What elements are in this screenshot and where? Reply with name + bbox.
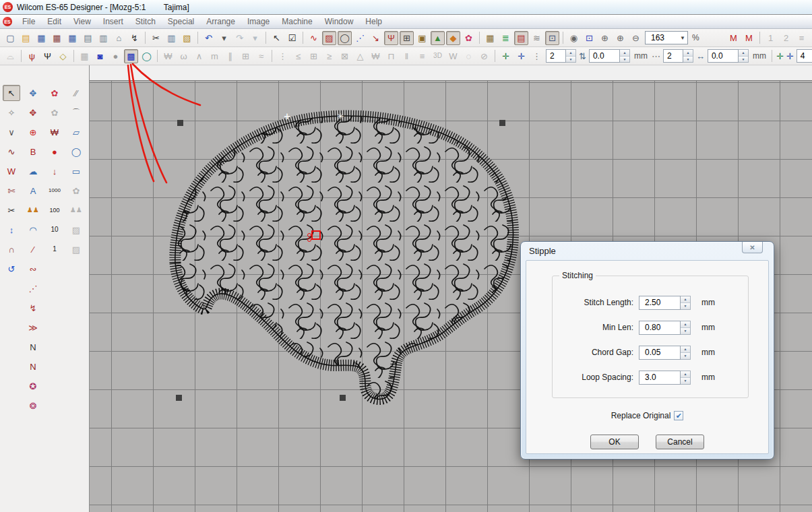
grid-fill-icon[interactable]: ⊞ — [239, 49, 253, 63]
function-1-icon[interactable]: 1 — [763, 31, 778, 45]
spin-down-icon[interactable]: ▼ — [683, 56, 693, 63]
length-1000-tool[interactable]: 1000 — [46, 183, 63, 199]
stipple-run-icon[interactable]: ▩ — [124, 49, 138, 63]
menu-help[interactable]: Help — [359, 15, 388, 28]
e-stitch-icon[interactable]: ω — [177, 49, 191, 63]
color-film-icon[interactable]: ▤ — [514, 31, 528, 45]
menu-machine[interactable]: Machine — [276, 15, 318, 28]
spin-down-icon[interactable]: ▼ — [681, 352, 690, 359]
offset-object-icon[interactable]: ◙ — [93, 49, 107, 63]
save-design-icon[interactable]: ▦ — [65, 31, 80, 45]
copy-icon[interactable]: ▥ — [164, 31, 179, 45]
print-icon[interactable]: ▤ — [81, 31, 95, 45]
spin-up-icon[interactable]: ▲ — [681, 321, 690, 327]
align-centers-both-icon[interactable]: ✛ — [786, 49, 794, 63]
zigzag-run-tool[interactable]: ↯ — [24, 300, 42, 316]
contour-fill-icon[interactable]: ≡ — [415, 49, 429, 63]
length-100-tool[interactable]: 100 — [46, 202, 63, 218]
texture-2-disabled[interactable]: ▨ — [67, 241, 85, 257]
underlay-count-value[interactable]: 2 — [546, 49, 566, 63]
stitch-bar-icon[interactable]: ≋ — [530, 31, 544, 45]
menu-image[interactable]: Image — [241, 15, 276, 28]
redo-dropdown-icon[interactable]: ▾ — [248, 31, 262, 45]
show-stitches-icon[interactable]: ▨ — [322, 31, 336, 45]
underlay-length-value[interactable]: 0.0 — [589, 49, 620, 63]
cancel-button[interactable]: Cancel — [656, 435, 704, 449]
density-length-field[interactable]: 0.0 ▲▼ — [708, 49, 749, 63]
penetration-icon[interactable]: ψ — [25, 49, 39, 63]
show-grid-icon[interactable]: ⊞ — [400, 31, 414, 45]
menu-arrange[interactable]: Arrange — [200, 15, 241, 28]
cross-fill-icon[interactable]: ⊠ — [338, 49, 352, 63]
rotate-object-tool[interactable]: ⊕ — [24, 124, 42, 140]
spin-up-icon[interactable]: ▲ — [681, 371, 690, 377]
spinner[interactable]: ▲▼ — [620, 49, 630, 63]
mirror-copy-tool[interactable]: ✿ — [46, 85, 63, 101]
spinner[interactable]: ▲▼ — [566, 49, 576, 63]
freehand-select-tool[interactable]: ✧ — [3, 104, 20, 121]
open-icon[interactable]: ▤ — [19, 31, 33, 45]
run-stitch-tool[interactable]: ⋰ — [24, 280, 42, 296]
align-center-icon[interactable]: ✛ — [499, 49, 513, 63]
menu-window[interactable]: Window — [319, 15, 360, 28]
field-input[interactable]: 3.0 — [639, 371, 681, 385]
density-length-value[interactable]: 0.0 — [708, 49, 739, 63]
align-centers-icon[interactable]: ✛ — [776, 49, 784, 63]
spacing-needle-tool[interactable]: ↓ — [46, 163, 63, 179]
team-disabled[interactable]: ♟♟ — [67, 202, 85, 218]
select-tool[interactable]: ↖ — [3, 85, 20, 101]
lettering-tool[interactable]: A — [24, 183, 42, 199]
field-input[interactable]: 0.80 — [639, 321, 681, 335]
star-circle-tool[interactable]: ✪ — [24, 378, 42, 394]
spin-down-icon[interactable]: ▼ — [681, 302, 690, 309]
ok-button[interactable]: OK — [590, 435, 639, 449]
overview-window-icon[interactable]: ▦ — [483, 31, 497, 45]
stitch-generate-icon[interactable]: ▦ — [77, 49, 92, 63]
crossed-oval-icon[interactable]: ⊘ — [477, 49, 491, 63]
selection-handle[interactable] — [340, 395, 346, 401]
menu-file[interactable]: File — [16, 15, 41, 28]
spin-down-icon[interactable]: ▼ — [681, 377, 690, 384]
rectangle-tool[interactable]: ▭ — [67, 163, 85, 179]
new-icon[interactable]: ▢ — [3, 31, 18, 45]
print-preview-icon[interactable]: ▥ — [96, 31, 111, 45]
dot-fill-icon[interactable]: ⋮ — [276, 49, 290, 63]
triangle-fill-icon[interactable]: △ — [353, 49, 367, 63]
zoom-in-icon[interactable]: ⊕ — [613, 31, 627, 45]
underlay-count-field[interactable]: 2 ▲▼ — [546, 49, 576, 63]
open-oval-icon[interactable]: ◌ — [462, 49, 476, 63]
arc-tool[interactable]: ⌒ — [67, 104, 85, 121]
spin-up-icon[interactable]: ▲ — [681, 346, 690, 352]
stripe-fill-icon[interactable]: ‖ — [400, 49, 414, 63]
sketch-fill-icon[interactable]: ≤ — [291, 49, 305, 63]
show-penetrations-icon[interactable]: ⋰ — [353, 31, 367, 45]
zigzag-stitch-icon[interactable]: ∧ — [192, 49, 206, 63]
spin-up-icon[interactable]: ▲ — [681, 296, 690, 302]
show-artwork-icon[interactable]: ▲ — [431, 31, 445, 45]
show-design-icon[interactable]: ◆ — [446, 31, 460, 45]
spinner[interactable]: ▲ ▼ — [681, 296, 691, 310]
close-icon[interactable]: ✕ — [742, 242, 763, 253]
mirror-ring-tool[interactable]: ↺ — [3, 261, 20, 277]
function-2-icon[interactable]: 2 — [779, 31, 793, 45]
chain-link-tool[interactable]: ∾ — [24, 261, 42, 277]
object-properties-icon[interactable]: ⊡ — [545, 31, 559, 45]
line-segment-tool[interactable]: ∕ — [24, 241, 42, 257]
line-fill-icon[interactable]: ∥ — [223, 49, 237, 63]
menu-view[interactable]: View — [67, 15, 97, 28]
texture-1-disabled[interactable]: ▨ — [67, 222, 85, 238]
spin-up-icon[interactable]: ▲ — [566, 50, 575, 56]
selection-handle[interactable] — [499, 120, 505, 126]
spinner[interactable]: ▲ ▼ — [681, 321, 691, 335]
visor-reshape-tool[interactable]: ◠ — [24, 222, 42, 238]
menu-stitch[interactable]: Stitch — [129, 15, 162, 28]
menu-special[interactable]: Special — [162, 15, 200, 28]
show-needle-points-icon[interactable]: Ψ — [384, 31, 398, 45]
chevron-down-icon[interactable]: ▼ — [678, 32, 687, 44]
spinner[interactable]: ▲▼ — [683, 49, 693, 63]
satin-stitch-icon[interactable]: ₩ — [161, 49, 175, 63]
save-icon[interactable]: ▦ — [34, 31, 49, 45]
show-outlines-icon[interactable]: ◯ — [338, 31, 352, 45]
simple-offset-icon[interactable]: ● — [108, 49, 123, 63]
replace-original-checkbox[interactable]: ✔ — [674, 411, 683, 420]
